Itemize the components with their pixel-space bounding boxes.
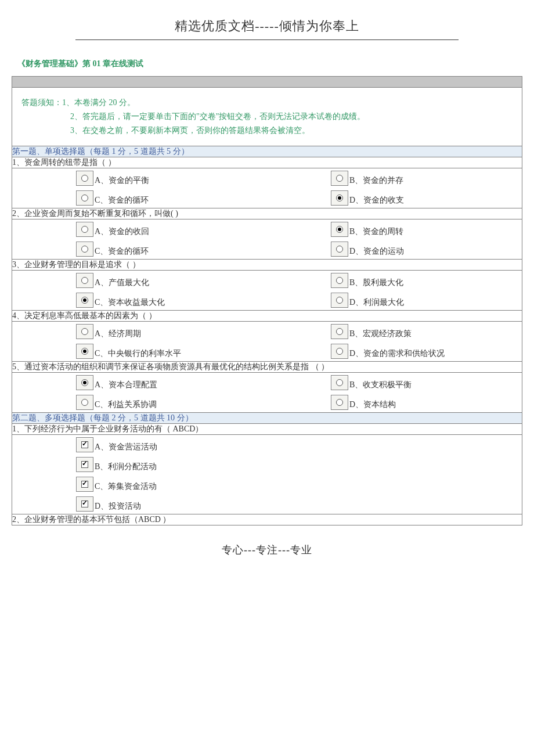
radio-q4-b[interactable]: [331, 324, 348, 339]
choice-table: A、产值最大化 B、股利最大化 C、资本收益最大化 D、利润最大化: [12, 271, 522, 310]
option-label: B、资金的周转: [349, 227, 403, 236]
radio-q3-c[interactable]: [76, 293, 93, 308]
option-label: B、宏观经济政策: [349, 329, 412, 338]
gray-divider: [12, 77, 522, 88]
option-label: C、筹集资金活动: [95, 482, 157, 491]
option-label: D、资本结构: [349, 400, 396, 409]
choice-table: A、资金的收回 B、资金的周转 C、资金的循环 D、资金的运动: [12, 219, 522, 259]
question-text: 5、通过资本活动的组织和调节来保证各项物质资源具有最优化的结构比例关系是指 （ …: [12, 362, 522, 373]
option-label: C、资金的循环: [95, 196, 149, 204]
radio-q1-b[interactable]: [331, 171, 348, 186]
choice-table: A、经济周期 B、宏观经济政策 C、中央银行的利率水平 D、资金的需求和供给状况: [12, 322, 522, 361]
radio-q1-d[interactable]: [331, 190, 348, 206]
radio-q4-c[interactable]: [76, 344, 93, 359]
radio-q5-a[interactable]: [76, 375, 93, 390]
radio-q3-b[interactable]: [331, 273, 348, 288]
radio-q2-b[interactable]: [331, 222, 348, 237]
question-text: 1、下列经济行为中属于企业财务活动的有（ ABCD）: [12, 424, 522, 435]
page-header: 精选优质文档-----倾情为你奉上: [0, 0, 534, 39]
choice-table: A、资金的平衡 B、资金的并存 C、资金的循环 D、资金的收支: [12, 168, 522, 208]
instruction-line-2: 2、答完题后，请一定要单击下面的"交卷"按钮交卷，否则无法记录本试卷的成绩。: [21, 110, 513, 124]
radio-q1-c[interactable]: [76, 190, 93, 206]
option-label: A、资金的收回: [95, 227, 149, 236]
radio-q5-c[interactable]: [76, 395, 93, 410]
option-label: C、中央银行的利率水平: [95, 349, 181, 358]
option-label: D、资金的收支: [349, 196, 404, 204]
instruction-line-3: 3、在交卷之前，不要刷新本网页，否则你的答题结果将会被清空。: [21, 124, 513, 138]
radio-q4-a[interactable]: [76, 324, 93, 339]
instructions: 答题须知：1、本卷满分 20 分。 2、答完题后，请一定要单击下面的"交卷"按钮…: [12, 88, 522, 146]
question-text: 2、企业财务管理的基本环节包括（ABCD ）: [12, 514, 522, 525]
option-label: B、利润分配活动: [95, 462, 157, 471]
option-label: B、收支积极平衡: [349, 380, 412, 389]
option-label: A、资金营运活动: [95, 442, 157, 451]
radio-q2-a[interactable]: [76, 222, 93, 237]
option-label: C、资本收益最大化: [95, 298, 165, 307]
question-text: 3、企业财务管理的目标是追求（ ）: [12, 260, 522, 271]
section1-header: 第一题、单项选择题（每题 1 分，5 道题共 5 分）: [12, 146, 522, 157]
question-text: 4、决定利息率高低最基本的因素为（ ）: [12, 311, 522, 322]
option-label: D、投资活动: [95, 502, 141, 510]
section2-header: 第二题、多项选择题（每题 2 分，5 道题共 10 分）: [12, 413, 522, 424]
checkbox-mq1-d[interactable]: [76, 496, 93, 512]
page-footer: 专心---专注---专业: [0, 525, 534, 574]
test-title: 《财务管理基础》第 01 章在线测试: [0, 52, 534, 76]
radio-q1-a[interactable]: [76, 171, 93, 186]
option-label: C、资金的循环: [95, 247, 149, 255]
option-label: C、利益关系协调: [95, 400, 157, 409]
option-label: A、资本合理配置: [95, 380, 157, 389]
radio-q2-c[interactable]: [76, 242, 93, 257]
checkbox-mq1-b[interactable]: [76, 457, 93, 472]
radio-q5-b[interactable]: [331, 375, 348, 390]
option-label: B、股利最大化: [349, 278, 403, 287]
question-text: 2、企业资金周而复始不断重复和循环，叫做( ): [12, 208, 522, 219]
checkbox-mq1-c[interactable]: [76, 477, 93, 492]
option-label: D、资金的需求和供给状况: [349, 349, 445, 358]
radio-q3-a[interactable]: [76, 273, 93, 288]
radio-q5-d[interactable]: [331, 395, 348, 410]
radio-q4-d[interactable]: [331, 344, 348, 359]
option-label: D、资金的运动: [349, 247, 404, 255]
option-label: D、利润最大化: [349, 298, 404, 307]
question-text: 1、资金周转的纽带是指（ ）: [12, 157, 522, 168]
radio-q3-d[interactable]: [331, 293, 348, 308]
header-rule: [75, 39, 459, 40]
option-label: A、资金的平衡: [95, 176, 149, 185]
checkbox-mq1-a[interactable]: [76, 437, 93, 452]
choice-table: A、资本合理配置 B、收支积极平衡 C、利益关系协调 D、资本结构: [12, 373, 522, 412]
option-label: A、产值最大化: [95, 278, 149, 287]
test-table: 答题须知：1、本卷满分 20 分。 2、答完题后，请一定要单击下面的"交卷"按钮…: [12, 76, 522, 525]
radio-q2-d[interactable]: [331, 242, 348, 257]
option-label: B、资金的并存: [349, 176, 403, 185]
instruction-line-1: 答题须知：1、本卷满分 20 分。: [21, 96, 513, 110]
choice-table: A、资金营运活动 B、利润分配活动 C、筹集资金活动 D、投资活动: [12, 435, 522, 514]
option-label: A、经济周期: [95, 329, 141, 338]
